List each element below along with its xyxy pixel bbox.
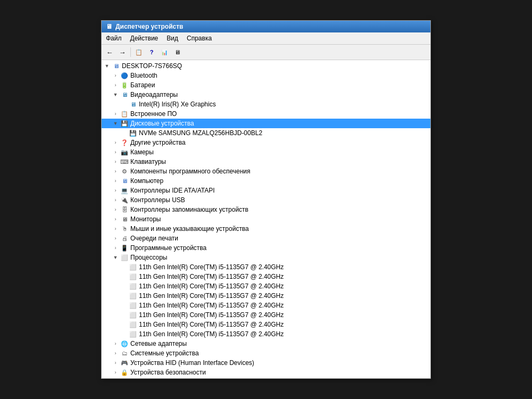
device-icon-13: 💻 <box>120 186 129 195</box>
tree-item-21[interactable]: ⬜11th Gen Intel(R) Core(TM) i5-1135G7 @ … <box>102 262 430 272</box>
chevron-23 <box>121 283 127 289</box>
device-icon-9: 📷 <box>120 148 129 156</box>
device-icon-10: ⌨ <box>120 157 129 166</box>
tree-item-9[interactable]: ›📷Камеры <box>102 147 430 157</box>
chevron-16: › <box>112 216 119 222</box>
chevron-24 <box>121 293 127 299</box>
device-label-22: 11th Gen Intel(R) Core(TM) i5-1135G7 @ 2… <box>139 273 284 280</box>
tree-item-17[interactable]: ›🖱Мыши и иные указывающие устройства <box>102 224 430 234</box>
device-label-9: Камеры <box>130 148 154 156</box>
device-icon-32: 🔒 <box>120 368 129 377</box>
device-icon-24: ⬜ <box>129 292 137 300</box>
device-label-11: Компоненты программного обеспечения <box>130 168 251 175</box>
tree-item-8[interactable]: ›❓Другие устройства <box>102 138 430 147</box>
device-icon-2: 🔋 <box>120 81 129 89</box>
device-label-8: Другие устройства <box>130 139 186 146</box>
device-icon-28: ⬜ <box>129 330 137 338</box>
device-label-24: 11th Gen Intel(R) Core(TM) i5-1135G7 @ 2… <box>139 292 284 300</box>
chevron-15: › <box>112 206 119 213</box>
device-label-25: 11th Gen Intel(R) Core(TM) i5-1135G7 @ 2… <box>139 302 284 309</box>
tree-item-7[interactable]: 💾NVMe SAMSUNG MZALQ256HBJD-00BL2 <box>102 128 430 138</box>
back-button[interactable]: ← <box>104 46 115 58</box>
tree-item-4[interactable]: 🖥Intel(R) Iris(R) Xe Graphics <box>102 99 430 109</box>
tree-item-5[interactable]: ›📋Встроенное ПО <box>102 109 430 119</box>
tree-item-19[interactable]: ›📱Программные устройства <box>102 243 430 253</box>
tree-item-20[interactable]: ▼⬜Процессоры <box>102 253 430 262</box>
chevron-19: › <box>112 245 119 251</box>
tree-item-22[interactable]: ⬜11th Gen Intel(R) Core(TM) i5-1135G7 @ … <box>102 272 430 281</box>
tree-item-13[interactable]: ›💻Контроллеры IDE ATA/ATAPI <box>102 186 430 195</box>
chevron-4 <box>121 101 127 107</box>
device-icon-18: 🖨 <box>120 234 129 243</box>
tree-item-24[interactable]: ⬜11th Gen Intel(R) Core(TM) i5-1135G7 @ … <box>102 291 430 301</box>
forward-button[interactable]: → <box>117 46 128 58</box>
chevron-5: › <box>112 111 119 117</box>
device-label-21: 11th Gen Intel(R) Core(TM) i5-1135G7 @ 2… <box>139 263 284 271</box>
device-icon-20: ⬜ <box>120 253 129 262</box>
device-icon-4: 🖥 <box>129 100 137 109</box>
device-label-16: Мониторы <box>130 215 161 223</box>
menu-action[interactable]: Действие <box>126 34 163 43</box>
chevron-29: › <box>112 340 119 347</box>
tree-item-1[interactable]: ›🔵Bluetooth <box>102 71 430 80</box>
tree-item-15[interactable]: ›🗄Контроллеры запоминающих устройств <box>102 205 430 214</box>
tree-item-10[interactable]: ›⌨Клавиатуры <box>102 157 430 167</box>
chevron-14: › <box>112 197 119 203</box>
tree-item-31[interactable]: ›🎮Устройства HID (Human Interface Device… <box>102 358 430 368</box>
menu-bar: Файл Действие Вид Справка <box>102 32 430 45</box>
chevron-31: › <box>112 360 119 366</box>
device-label-1: Bluetooth <box>130 72 157 79</box>
chevron-18: › <box>112 235 119 242</box>
device-icon-29: 🌐 <box>120 339 129 348</box>
device-label-17: Мыши и иные указывающие устройства <box>130 225 249 232</box>
title-bar-icon: 🖥 <box>106 23 112 30</box>
computer-button[interactable]: 🖥 <box>171 46 183 58</box>
tree-item-18[interactable]: ›🖨Очереди печати <box>102 234 430 243</box>
device-label-13: Контроллеры IDE ATA/ATAPI <box>130 187 215 194</box>
chevron-3: ▼ <box>112 92 119 98</box>
tree-item-27[interactable]: ⬜11th Gen Intel(R) Core(TM) i5-1135G7 @ … <box>102 320 430 329</box>
device-tree[interactable]: ▼🖥DESKTOP-7S766SQ›🔵Bluetooth›🔋Батареи▼🖥В… <box>102 60 430 378</box>
chevron-2: › <box>112 82 119 88</box>
chevron-17: › <box>112 226 119 232</box>
device-label-31: Устройства HID (Human Interface Devices) <box>130 359 254 367</box>
properties-button[interactable]: 📋 <box>133 46 145 58</box>
device-icon-25: ⬜ <box>129 301 137 310</box>
device-icon-7: 💾 <box>129 129 137 137</box>
tree-item-3[interactable]: ▼🖥Видеоадаптеры <box>102 90 430 99</box>
device-label-19: Программные устройства <box>130 244 206 252</box>
device-icon-31: 🎮 <box>120 359 129 367</box>
chevron-10: › <box>112 159 119 165</box>
device-icon-1: 🔵 <box>120 71 129 80</box>
tree-item-11[interactable]: ›⚙Компоненты программного обеспечения <box>102 167 430 176</box>
tree-item-12[interactable]: ›🖥Компьютер <box>102 176 430 186</box>
tree-item-26[interactable]: ⬜11th Gen Intel(R) Core(TM) i5-1135G7 @ … <box>102 310 430 320</box>
tree-item-32[interactable]: ›🔒Устройства безопасности <box>102 368 430 377</box>
toolbar-separator-1 <box>130 47 131 57</box>
chevron-26 <box>121 312 127 318</box>
tree-item-2[interactable]: ›🔋Батареи <box>102 80 430 90</box>
tree-item-0[interactable]: ▼🖥DESKTOP-7S766SQ <box>102 61 430 71</box>
chevron-20: ▼ <box>112 254 119 261</box>
menu-file[interactable]: Файл <box>102 34 126 43</box>
device-icon-17: 🖱 <box>120 225 129 233</box>
device-label-15: Контроллеры запоминающих устройств <box>130 206 248 213</box>
chevron-27 <box>121 321 127 328</box>
device-icon-16: 🖥 <box>120 215 129 223</box>
resources-button[interactable]: 📊 <box>159 46 170 58</box>
menu-help[interactable]: Справка <box>182 34 216 43</box>
chevron-30: › <box>112 350 119 356</box>
tree-item-30[interactable]: ›🗂Системные устройства <box>102 348 430 358</box>
device-icon-23: ⬜ <box>129 282 137 290</box>
tree-item-16[interactable]: ›🖥Мониторы <box>102 214 430 224</box>
tree-item-14[interactable]: ›🔌Контроллеры USB <box>102 195 430 205</box>
device-icon-3: 🖥 <box>120 90 129 99</box>
tree-item-28[interactable]: ⬜11th Gen Intel(R) Core(TM) i5-1135G7 @ … <box>102 329 430 339</box>
tree-item-6[interactable]: ▼💾Дисковые устройства <box>102 119 430 128</box>
device-label-3: Видеоадаптеры <box>130 91 178 98</box>
menu-view[interactable]: Вид <box>162 34 182 43</box>
tree-item-29[interactable]: ›🌐Сетевые адаптеры <box>102 339 430 348</box>
tree-item-23[interactable]: ⬜11th Gen Intel(R) Core(TM) i5-1135G7 @ … <box>102 281 430 291</box>
help-button[interactable]: ? <box>146 46 157 58</box>
tree-item-25[interactable]: ⬜11th Gen Intel(R) Core(TM) i5-1135G7 @ … <box>102 301 430 310</box>
